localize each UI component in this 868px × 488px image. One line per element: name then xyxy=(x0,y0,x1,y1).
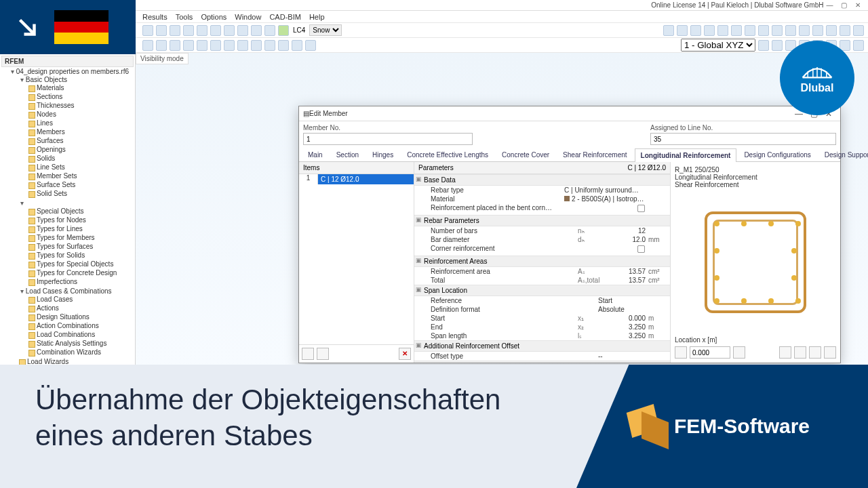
filter-icon[interactable] xyxy=(779,346,791,359)
tool-icon[interactable] xyxy=(663,25,674,36)
tool-icon[interactable] xyxy=(142,25,153,36)
tab-concrete-effective-lengths[interactable]: Concrete Effective Lengths xyxy=(401,148,494,161)
tree-item[interactable]: Design Situations xyxy=(27,312,134,321)
tool-icon[interactable] xyxy=(224,40,235,51)
location-pick-icon[interactable] xyxy=(675,346,687,359)
tool-icon[interactable] xyxy=(264,40,275,51)
tree-item[interactable]: Surfaces xyxy=(27,136,134,145)
group-rebar-params[interactable]: Rebar Parameters xyxy=(414,215,670,226)
menu-help[interactable]: Help xyxy=(309,13,325,21)
tree-item[interactable]: Types for Lines xyxy=(27,224,134,233)
maximize-icon[interactable]: ▢ xyxy=(837,1,850,9)
tool-icon[interactable] xyxy=(183,25,194,36)
tree-item[interactable]: Sections xyxy=(27,92,134,101)
tree-item[interactable]: Thicknesses xyxy=(27,101,134,110)
tree-item[interactable]: Actions xyxy=(27,304,134,312)
tree-item[interactable]: Imperfections xyxy=(27,277,134,286)
tool-icon[interactable] xyxy=(197,40,208,51)
tree-item[interactable]: Solid Sets xyxy=(27,189,134,198)
tree-item[interactable]: Types for Nodes xyxy=(27,216,134,224)
minimize-icon[interactable]: — xyxy=(823,1,835,9)
tool-icon[interactable] xyxy=(170,25,180,36)
tool-icon[interactable] xyxy=(690,25,701,36)
tool-icon[interactable] xyxy=(731,25,742,36)
tab-longitudinal-reinforcement[interactable]: Longitudinal Reinforcement xyxy=(635,148,737,162)
tree-item[interactable]: Static Analysis Settings xyxy=(27,339,134,348)
tab-concrete-cover[interactable]: Concrete Cover xyxy=(496,148,555,161)
tool-icon[interactable] xyxy=(278,40,289,51)
tool-icon[interactable] xyxy=(826,25,837,36)
view-b-icon[interactable] xyxy=(809,346,821,359)
item-delete-button[interactable]: ✕ xyxy=(399,348,411,360)
tree-item[interactable]: Member Sets xyxy=(27,171,134,180)
tool-icon[interactable] xyxy=(840,25,850,36)
navigator-tree[interactable]: RFEM 04_design properties on members.rf6… xyxy=(0,53,136,366)
tool-icon[interactable] xyxy=(210,25,221,36)
tree-item[interactable]: Members xyxy=(27,127,134,136)
tool-icon[interactable] xyxy=(785,25,796,36)
tree-item[interactable]: Types for Solids xyxy=(27,251,134,260)
menu-window[interactable]: Window xyxy=(235,13,261,21)
group-areas[interactable]: Reinforcement Areas xyxy=(414,256,670,267)
tree-item[interactable]: Action Combinations xyxy=(27,321,134,330)
tab-design-configurations[interactable]: Design Configurations xyxy=(738,148,816,161)
viewport[interactable]: Visibility mode ▤ Edit Member — ▢ ✕ Memb… xyxy=(136,53,868,366)
tree-item[interactable]: Types for Concrete Design xyxy=(27,268,134,277)
tool-icon[interactable] xyxy=(237,40,248,51)
tool-icon[interactable] xyxy=(251,40,262,51)
tool-icon[interactable] xyxy=(758,25,769,36)
tree-item[interactable]: Openings xyxy=(27,145,134,154)
tab-section[interactable]: Section xyxy=(330,148,365,161)
tool-icon[interactable] xyxy=(704,25,715,36)
tree-item[interactable]: Nodes xyxy=(27,110,134,119)
close-icon[interactable]: ✕ xyxy=(852,1,864,9)
tool-icon[interactable] xyxy=(210,40,221,51)
menu-options[interactable]: Options xyxy=(201,13,226,21)
tool-icon[interactable] xyxy=(264,25,275,36)
tool-icon[interactable] xyxy=(745,25,755,36)
item-copy-button[interactable] xyxy=(317,348,329,360)
tab-design-supports-deflection[interactable]: Design Supports & Deflection xyxy=(818,148,868,161)
view-a-icon[interactable] xyxy=(794,346,806,359)
menu-tools[interactable]: Tools xyxy=(176,13,193,21)
tool-icon[interactable] xyxy=(142,40,153,51)
tool-icon[interactable] xyxy=(758,40,769,51)
tree-item[interactable]: Line Sets xyxy=(27,163,134,171)
tool-icon[interactable] xyxy=(156,25,167,36)
tree-item[interactable]: Types for Special Objects xyxy=(27,260,134,268)
placed-checkbox[interactable] xyxy=(637,205,645,212)
assigned-line-input[interactable] xyxy=(650,133,836,145)
tool-icon[interactable] xyxy=(170,40,180,51)
group-anchorage[interactable]: Anchorage Start xyxy=(414,361,670,363)
location-step-icon[interactable] xyxy=(733,346,745,359)
tree-item[interactable]: Types for Members xyxy=(27,233,134,242)
tool-icon[interactable] xyxy=(224,25,235,36)
coord-select[interactable]: 1 - Global XYZ xyxy=(681,39,755,52)
tab-hinges[interactable]: Hinges xyxy=(366,148,399,161)
tool-icon[interactable] xyxy=(772,40,783,51)
item-new-button[interactable] xyxy=(302,348,314,360)
tool-icon[interactable] xyxy=(183,40,194,51)
corner-checkbox[interactable] xyxy=(637,245,645,253)
tree-item[interactable]: Load Combinations xyxy=(27,330,134,339)
tree-item[interactable]: Load Cases xyxy=(27,295,134,304)
loadcase-select[interactable]: Snow xyxy=(309,24,342,36)
tool-icon[interactable] xyxy=(305,40,316,51)
tree-item[interactable]: Lines xyxy=(27,119,134,127)
group-offset[interactable]: Additional Reinforcement Offset xyxy=(414,340,670,352)
group-base-data[interactable]: Base Data xyxy=(414,174,670,186)
tree-item[interactable]: Combination Wizards xyxy=(27,348,134,357)
tree-item[interactable]: Special Objects xyxy=(27,207,134,216)
tree-item[interactable]: Solids xyxy=(27,154,134,163)
tool-icon[interactable] xyxy=(772,25,783,36)
menu-results[interactable]: Results xyxy=(142,13,167,21)
tool-icon[interactable] xyxy=(812,25,823,36)
tool-icon[interactable] xyxy=(799,25,810,36)
tool-icon[interactable] xyxy=(853,40,864,51)
tree-item[interactable]: Materials xyxy=(27,83,134,92)
tool-icon[interactable] xyxy=(197,25,208,36)
print-icon[interactable] xyxy=(824,346,836,359)
results-toggle-icon[interactable] xyxy=(278,25,289,36)
tree-item[interactable]: Types for Surfaces xyxy=(27,242,134,251)
group-span[interactable]: Span Location xyxy=(414,285,670,296)
